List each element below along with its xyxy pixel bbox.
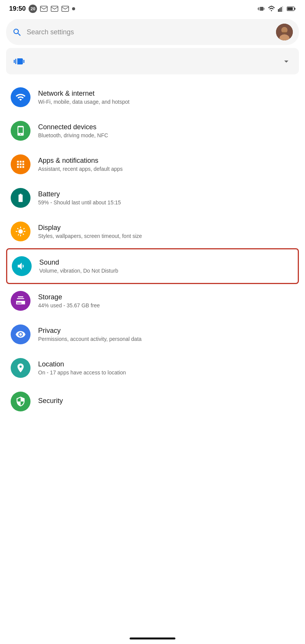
display-subtitle: Styles, wallpapers, screen timeout, font… <box>38 233 294 239</box>
svg-rect-0 <box>40 6 47 11</box>
connected-devices-subtitle: Bluetooth, driving mode, NFC <box>38 132 294 138</box>
sound-text: Sound Volume, vibration, Do Not Disturb <box>39 259 293 274</box>
svg-rect-5 <box>281 7 282 12</box>
svg-rect-6 <box>282 6 283 12</box>
privacy-icon <box>11 324 30 344</box>
svg-rect-1 <box>51 6 58 11</box>
signal-icon <box>278 6 284 12</box>
settings-item-location[interactable]: Location On - 17 apps have access to loc… <box>6 351 299 385</box>
display-icon <box>11 222 30 241</box>
storage-title: Storage <box>38 293 294 301</box>
storage-text: Storage 44% used - 35.67 GB free <box>38 293 294 308</box>
vibrate-banner-icon <box>14 55 26 67</box>
settings-item-connected-devices[interactable]: Connected devices Bluetooth, driving mod… <box>6 114 299 148</box>
avatar[interactable] <box>276 24 293 40</box>
security-text: Security <box>38 397 294 406</box>
bottom-nav-indicator <box>130 638 175 639</box>
battery-text: Battery 59% - Should last until about 15… <box>38 190 294 206</box>
settings-item-security[interactable]: Security <box>6 385 299 434</box>
apps-title: Apps & notifications <box>38 157 294 165</box>
network-icon <box>11 87 30 107</box>
settings-item-privacy[interactable]: Privacy Permissions, account activity, p… <box>6 318 299 351</box>
connected-devices-title: Connected devices <box>38 123 294 131</box>
storage-subtitle: 44% used - 35.67 GB free <box>38 302 294 308</box>
settings-item-network[interactable]: Network & internet Wi-Fi, mobile, data u… <box>6 80 299 114</box>
status-left: 19:50 20 <box>9 5 75 13</box>
battery-title: Battery <box>38 190 294 198</box>
vibrate-status-icon <box>258 5 265 13</box>
settings-item-display[interactable]: Display Styles, wallpapers, screen timeo… <box>6 215 299 248</box>
status-dot <box>72 7 75 10</box>
network-subtitle: Wi-Fi, mobile, data usage, and hotspot <box>38 99 294 105</box>
search-icon <box>12 27 22 38</box>
storage-icon <box>11 291 30 311</box>
search-placeholder-text: Search settings <box>27 28 271 36</box>
svg-rect-8 <box>287 7 293 10</box>
security-title: Security <box>38 397 294 405</box>
apps-text: Apps & notifications Assistant, recent a… <box>38 157 294 172</box>
battery-subtitle: 59% - Should last until about 15:15 <box>38 199 294 206</box>
network-text: Network & internet Wi-Fi, mobile, data u… <box>38 90 294 105</box>
svg-rect-2 <box>62 6 69 11</box>
mail-icon-2 <box>51 6 58 12</box>
sound-subtitle: Volume, vibration, Do Not Disturb <box>39 268 293 274</box>
apps-subtitle: Assistant, recent apps, default apps <box>38 166 294 172</box>
location-title: Location <box>38 360 294 368</box>
mail-icon-3 <box>61 6 69 12</box>
battery-status-icon <box>287 6 296 11</box>
sound-title: Sound <box>39 259 293 267</box>
location-text: Location On - 17 apps have access to loc… <box>38 360 294 376</box>
status-bar: 19:50 20 <box>0 0 305 16</box>
location-icon <box>11 358 30 378</box>
settings-list: Network & internet Wi-Fi, mobile, data u… <box>0 80 305 434</box>
svg-rect-9 <box>294 8 295 10</box>
display-title: Display <box>38 224 294 232</box>
connected-devices-text: Connected devices Bluetooth, driving mod… <box>38 123 294 138</box>
battery-icon <box>11 188 30 208</box>
location-subtitle: On - 17 apps have access to location <box>38 369 294 376</box>
notification-badge: 20 <box>29 5 37 13</box>
connected-devices-icon <box>11 121 30 141</box>
privacy-text: Privacy Permissions, account activity, p… <box>38 327 294 342</box>
display-text: Display Styles, wallpapers, screen timeo… <box>38 224 294 239</box>
apps-icon <box>11 154 30 174</box>
status-time: 19:50 <box>9 5 26 13</box>
search-bar[interactable]: Search settings <box>6 19 299 45</box>
status-right <box>258 5 296 13</box>
svg-rect-3 <box>278 9 279 12</box>
svg-point-13 <box>281 27 287 33</box>
chevron-down-icon <box>281 56 291 66</box>
svg-rect-4 <box>279 8 281 12</box>
avatar-image <box>276 24 293 40</box>
privacy-subtitle: Permissions, account activity, personal … <box>38 336 294 342</box>
mail-icon-1 <box>40 6 48 12</box>
network-title: Network & internet <box>38 90 294 98</box>
wifi-status-icon <box>268 6 275 12</box>
vibrate-banner[interactable] <box>6 48 299 74</box>
settings-item-apps[interactable]: Apps & notifications Assistant, recent a… <box>6 148 299 181</box>
privacy-title: Privacy <box>38 327 294 335</box>
sound-icon <box>12 256 32 276</box>
settings-item-battery[interactable]: Battery 59% - Should last until about 15… <box>6 181 299 215</box>
settings-item-sound[interactable]: Sound Volume, vibration, Do Not Disturb <box>6 248 299 284</box>
settings-item-storage[interactable]: Storage 44% used - 35.67 GB free <box>6 284 299 318</box>
security-icon <box>11 392 30 411</box>
